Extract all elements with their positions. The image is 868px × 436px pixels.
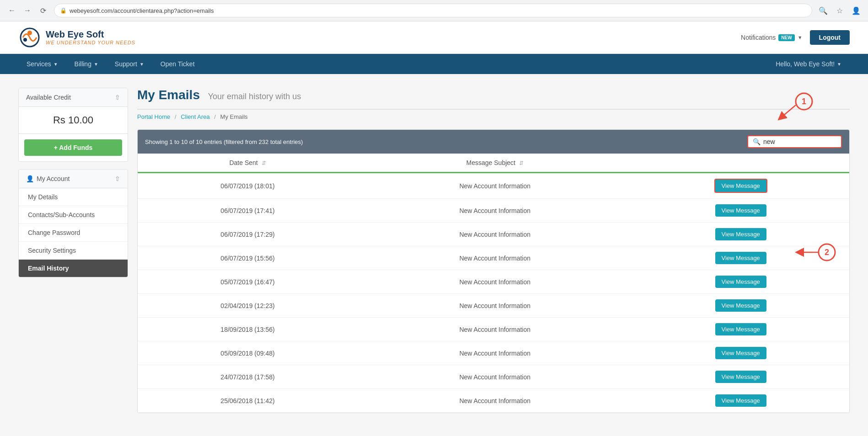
nav-item-support[interactable]: Support ▼ (107, 54, 152, 74)
action-header (632, 154, 849, 173)
reload-button[interactable]: ⟳ (37, 4, 49, 17)
action-cell: View Message (632, 173, 849, 199)
message-subject-header[interactable]: Message Subject ⇵ (358, 154, 632, 173)
url-text: webeyesoft.com/account/clientarea.php?ac… (70, 7, 214, 14)
svg-point-1 (27, 31, 32, 35)
view-message-button[interactable]: View Message (714, 179, 767, 193)
subject-cell: New Account Information (358, 173, 632, 199)
search-browser-button[interactable]: 🔍 (817, 4, 830, 17)
sidebar-item-change-password[interactable]: Change Password (19, 224, 128, 242)
breadcrumb-sep-1: / (175, 113, 177, 120)
view-message-button[interactable]: View Message (715, 228, 766, 240)
action-cell: View Message (632, 318, 849, 341)
notifications-area[interactable]: Notifications NEW ▼ (741, 34, 803, 41)
nav-label-services: Services (27, 60, 51, 68)
date-sent-header[interactable]: Date Sent ⇵ (138, 154, 358, 173)
forward-button[interactable]: → (21, 4, 34, 17)
table-header-bar: Showing 1 to 10 of 10 entries (filtered … (138, 130, 849, 154)
date-cell: 06/07/2019 (17:41) (138, 199, 358, 223)
notifications-label: Notifications (741, 34, 776, 41)
logout-button[interactable]: Logout (810, 30, 850, 45)
subject-cell: New Account Information (358, 294, 632, 318)
date-cell: 02/04/2019 (12:23) (138, 294, 358, 318)
view-message-button[interactable]: View Message (715, 347, 766, 359)
action-cell: View Message (632, 270, 849, 294)
table-row: 05/09/2018 (09:48)New Account Informatio… (138, 341, 849, 365)
logo-area: Web Eye Soft WE UNDERSTAND YOUR NEEDS (18, 26, 135, 49)
billing-chevron-icon: ▼ (94, 62, 98, 67)
credit-amount: Rs 10.00 (19, 107, 128, 134)
add-funds-button[interactable]: + Add Funds (24, 139, 122, 156)
subject-cell: New Account Information (358, 246, 632, 270)
new-badge: NEW (778, 34, 794, 41)
subject-cell: New Account Information (358, 365, 632, 389)
subject-cell: New Account Information (358, 318, 632, 341)
support-chevron-icon: ▼ (139, 62, 144, 67)
table-row: 06/07/2019 (15:56)New Account Informatio… (138, 246, 849, 270)
subject-cell: New Account Information (358, 270, 632, 294)
back-button[interactable]: ← (5, 4, 18, 17)
account-chevron-icon: ⇧ (115, 175, 120, 182)
nav-bar: Services ▼ Billing ▼ Support ▼ Open Tick… (0, 54, 868, 74)
available-credit-title: Available Credit (26, 94, 71, 101)
action-cell: View Message (632, 294, 849, 318)
view-message-button[interactable]: View Message (715, 371, 766, 383)
hello-user-chevron-icon: ▼ (837, 62, 841, 67)
search-input[interactable] (763, 138, 836, 145)
hello-user-label: Hello, Web Eye Soft! (776, 60, 835, 68)
logo-subtitle: WE UNDERSTAND YOUR NEEDS (46, 40, 135, 46)
date-cell: 25/06/2018 (11:42) (138, 389, 358, 413)
table-row: 06/07/2019 (17:41)New Account Informatio… (138, 199, 849, 223)
browser-bar: ← → ⟳ 🔒 webeyesoft.com/account/clientare… (0, 0, 868, 21)
page-title-area: My Emails Your email history with us (137, 88, 850, 110)
subject-cell: New Account Information (358, 389, 632, 413)
view-message-button[interactable]: View Message (715, 299, 766, 312)
my-account-header: 👤 My Account ⇧ (19, 170, 128, 188)
date-cell: 06/07/2019 (18:01) (138, 173, 358, 199)
table-row: 25/06/2018 (11:42)New Account Informatio… (138, 389, 849, 413)
available-credit-card: Available Credit ⇧ Rs 10.00 + Add Funds (18, 88, 128, 162)
sidebar-item-email-history[interactable]: Email History (19, 260, 128, 277)
top-header: Web Eye Soft WE UNDERSTAND YOUR NEEDS No… (0, 21, 868, 54)
logo-icon (18, 26, 41, 49)
nav-item-billing[interactable]: Billing ▼ (66, 54, 107, 74)
profile-button[interactable]: 👤 (850, 4, 863, 17)
credit-chevron-icon: ⇧ (115, 94, 120, 101)
nav-label-open-ticket: Open Ticket (161, 60, 195, 68)
action-cell: View Message (632, 199, 849, 223)
table-row: 05/07/2019 (16:47)New Account Informatio… (138, 270, 849, 294)
sidebar-item-contacts[interactable]: Contacts/Sub-Accounts (19, 206, 128, 224)
sidebar: Available Credit ⇧ Rs 10.00 + Add Funds … (18, 88, 128, 413)
sidebar-item-my-details[interactable]: My Details (19, 188, 128, 206)
view-message-button[interactable]: View Message (715, 394, 766, 407)
filter-info: Showing 1 to 10 of 10 entries (filtered … (145, 138, 303, 145)
breadcrumb-sep-2: / (214, 113, 216, 120)
nav-items: Services ▼ Billing ▼ Support ▼ Open Tick… (18, 54, 203, 74)
email-table-container: Showing 1 to 10 of 10 entries (filtered … (137, 129, 850, 413)
header-right: Notifications NEW ▼ Logout (741, 30, 850, 45)
nav-item-open-ticket[interactable]: Open Ticket (152, 54, 203, 74)
subject-cell: New Account Information (358, 223, 632, 246)
url-bar[interactable]: 🔒 webeyesoft.com/account/clientarea.php?… (54, 4, 812, 17)
page-title: My Emails Your email history with us (137, 88, 301, 102)
hello-user-menu[interactable]: Hello, Web Eye Soft! ▼ (767, 54, 850, 74)
view-message-button[interactable]: View Message (715, 323, 766, 335)
view-message-button[interactable]: View Message (715, 204, 766, 217)
my-account-card: 👤 My Account ⇧ My Details Contacts/Sub-A… (18, 169, 128, 277)
table-row: 06/07/2019 (17:29)New Account Informatio… (138, 223, 849, 246)
view-message-button[interactable]: View Message (715, 276, 766, 288)
action-cell: View Message (632, 223, 849, 246)
action-cell: View Message (632, 246, 849, 270)
date-cell: 05/09/2018 (09:48) (138, 341, 358, 365)
browser-nav-buttons: ← → ⟳ (5, 4, 49, 17)
breadcrumb-portal-home[interactable]: Portal Home (137, 113, 170, 120)
view-message-button[interactable]: View Message (715, 252, 766, 264)
my-account-title: My Account (37, 175, 70, 182)
bookmark-button[interactable]: ☆ (833, 4, 846, 17)
svg-point-2 (23, 38, 27, 42)
breadcrumb: Portal Home / Client Area / My Emails (137, 113, 850, 120)
sidebar-item-security-settings[interactable]: Security Settings (19, 242, 128, 260)
breadcrumb-client-area[interactable]: Client Area (181, 113, 210, 120)
action-cell: View Message (632, 389, 849, 413)
nav-item-services[interactable]: Services ▼ (18, 54, 66, 74)
